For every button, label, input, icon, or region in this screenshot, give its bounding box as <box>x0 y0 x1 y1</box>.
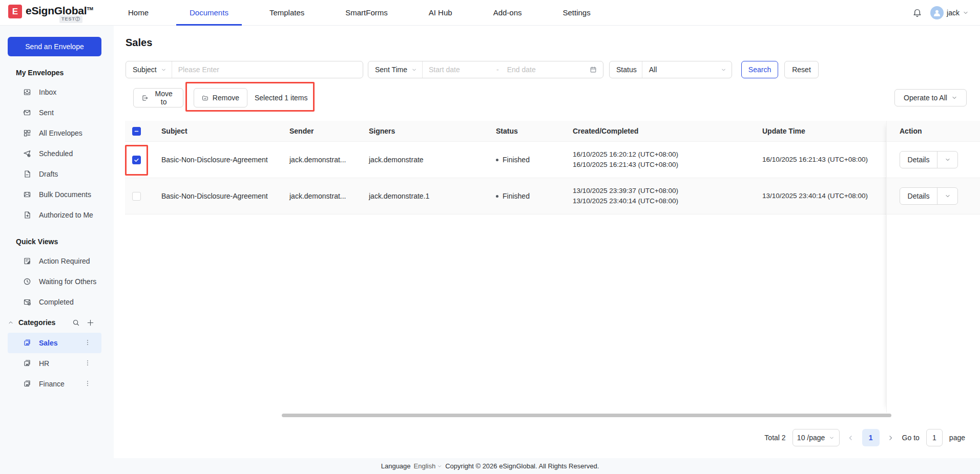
status-badge: Finished <box>503 192 530 200</box>
horizontal-scrollbar[interactable] <box>282 414 891 417</box>
details-more-dropdown[interactable] <box>937 152 957 168</box>
move-to-button[interactable]: Move to <box>133 88 183 107</box>
sidebar-item-label: Completed <box>39 298 74 306</box>
category-icon <box>23 359 31 369</box>
goto-page-input[interactable] <box>926 429 943 446</box>
category-item-sales[interactable]: Sales <box>8 333 101 353</box>
status-dot <box>496 159 498 161</box>
end-date-input[interactable] <box>501 61 590 78</box>
chevron-down-icon <box>945 157 951 163</box>
row-action-split-button: Details <box>900 151 958 168</box>
category-label: Sales <box>39 339 58 347</box>
section-title-categories: Categories <box>18 318 55 327</box>
sidebar-item-waiting-for-others[interactable]: Waiting for Others <box>0 271 114 292</box>
operate-to-all-button[interactable]: Operate to All <box>894 89 967 106</box>
sidebar-item-authorized-to-me[interactable]: Authorized to Me <box>0 205 114 225</box>
cell-subject[interactable]: Basic-Non-Disclosure-Agreement <box>154 192 284 200</box>
logo-text-label: eSignGlobal <box>26 5 87 16</box>
nav-item-ai-hub[interactable]: AI Hub <box>429 0 452 26</box>
details-button[interactable]: Details <box>900 188 937 204</box>
user-name: jack <box>947 9 960 17</box>
notification-bell-icon[interactable] <box>912 8 922 18</box>
app-window: E eSignGlobalTM TESTⓘ Home Documents Tem… <box>0 0 980 474</box>
cell-sender: jack.demonstrat... <box>284 192 364 200</box>
status-filter-group: Status All <box>609 61 732 78</box>
category-label: HR <box>39 359 49 368</box>
sidebar-item-drafts[interactable]: Drafts <box>0 164 114 184</box>
column-header-action: Action <box>886 127 980 135</box>
main-nav: Home Documents Templates SmartForms AI H… <box>128 0 591 26</box>
remove-button[interactable]: Remove <box>194 88 247 107</box>
sidebar-item-label: Action Required <box>39 257 90 265</box>
status-filter-label: Status <box>616 66 637 74</box>
category-menu-icon[interactable] <box>84 339 91 348</box>
sidebar-item-bulk-documents[interactable]: Bulk Documents <box>0 184 114 205</box>
sent-time-filter-label: Sent Time <box>375 66 407 74</box>
category-label: Finance <box>39 380 65 388</box>
nav-item-add-ons[interactable]: Add-ons <box>493 0 522 26</box>
chevron-down-icon <box>829 435 835 441</box>
prev-page-button[interactable] <box>846 435 856 441</box>
sent-time-filter-group: Sent Time - <box>368 61 603 78</box>
sent-time-filter-select[interactable]: Sent Time <box>368 61 422 78</box>
sidebar-item-action-required[interactable]: Action Required <box>0 251 114 271</box>
subject-filter-label: Subject <box>133 66 157 74</box>
nav-item-smartforms[interactable]: SmartForms <box>345 0 388 26</box>
status-filter-select[interactable]: All <box>642 61 732 78</box>
calendar-icon[interactable] <box>590 66 603 73</box>
category-icon <box>23 379 31 389</box>
search-button[interactable]: Search <box>741 61 778 78</box>
collapse-chevron-icon[interactable] <box>8 319 14 326</box>
subject-filter-select[interactable]: Subject <box>126 61 172 78</box>
category-item-finance[interactable]: Finance <box>0 374 114 394</box>
sidebar-item-scheduled[interactable]: Scheduled <box>0 143 114 164</box>
next-page-button[interactable] <box>886 435 895 441</box>
row-checkbox[interactable] <box>132 156 141 164</box>
select-all-checkbox[interactable] <box>132 127 141 136</box>
status-badge: Finished <box>503 156 530 164</box>
user-menu[interactable]: jack <box>930 6 969 19</box>
test-environment-badge: TESTⓘ <box>59 15 82 23</box>
language-select[interactable]: English <box>414 462 443 470</box>
operate-to-all-label: Operate to All <box>904 94 947 102</box>
categories-header: Categories <box>0 312 114 333</box>
cell-subject[interactable]: Basic-Non-Disclosure-Agreement <box>154 156 284 164</box>
remove-folder-icon <box>202 94 208 102</box>
cell-sender: jack.demonstrat... <box>284 156 364 164</box>
search-icon[interactable] <box>72 319 80 327</box>
page-size-select[interactable]: 10 /page <box>793 429 840 446</box>
nav-item-settings[interactable]: Settings <box>563 0 591 26</box>
details-more-dropdown[interactable] <box>937 188 957 204</box>
cell-signers: jack.demonstrate.1 <box>364 192 492 200</box>
sidebar-item-sent[interactable]: Sent <box>0 102 114 123</box>
chevron-right-icon <box>887 435 894 441</box>
subject-search-input[interactable] <box>172 61 363 78</box>
start-date-input[interactable] <box>423 61 494 78</box>
status-filter-value: All <box>649 66 657 74</box>
add-category-icon[interactable] <box>87 319 94 327</box>
row-checkbox[interactable] <box>132 192 141 201</box>
category-item-hr[interactable]: HR <box>0 353 114 374</box>
nav-item-documents[interactable]: Documents <box>190 0 228 26</box>
pagination: Total 2 10 /page 1 Go to page <box>764 429 965 446</box>
sidebar-item-completed[interactable]: Completed <box>0 292 114 312</box>
page-number-1[interactable]: 1 <box>862 429 880 446</box>
chevron-down-icon <box>721 67 726 73</box>
scheduled-icon <box>23 149 31 158</box>
details-button[interactable]: Details <box>900 152 937 168</box>
nav-item-templates[interactable]: Templates <box>269 0 304 26</box>
topbar-right: jack <box>912 0 969 26</box>
category-menu-icon[interactable] <box>84 359 91 368</box>
reset-button[interactable]: Reset <box>784 61 819 78</box>
inbox-icon <box>23 88 31 96</box>
nav-item-home[interactable]: Home <box>128 0 149 26</box>
category-menu-icon[interactable] <box>84 380 91 389</box>
sidebar-item-inbox[interactable]: Inbox <box>0 82 114 102</box>
grid-icon <box>23 129 31 137</box>
main-content: Sales Subject Sent Time - Status <box>114 26 980 458</box>
table-header-row: Subject Sender Signers Status Created/Co… <box>125 121 980 142</box>
action-required-icon <box>23 257 31 265</box>
sidebar-item-label: All Envelopes <box>39 129 82 137</box>
send-envelope-button[interactable]: Send an Envelope <box>8 37 101 56</box>
sidebar-item-all-envelopes[interactable]: All Envelopes <box>0 123 114 143</box>
